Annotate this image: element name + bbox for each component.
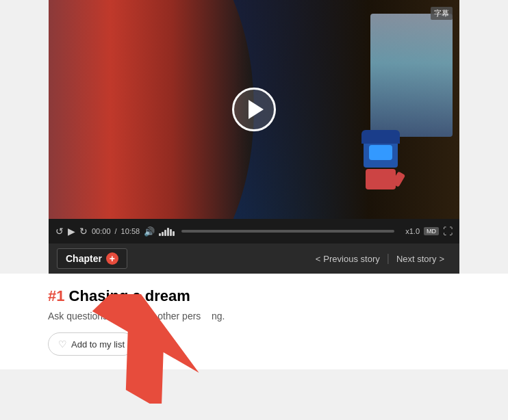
- prev-story-button[interactable]: < Previous story: [309, 254, 387, 264]
- chapter-label: Chapter: [66, 253, 102, 264]
- progress-bar[interactable]: [181, 230, 394, 233]
- current-time: 00:00: [92, 227, 111, 235]
- scene-character: [357, 137, 405, 198]
- page-container: 字幕 ↺ ▶ ↻ 00:00 / 10:58 🔊: [0, 0, 508, 420]
- total-time: 10:58: [121, 227, 140, 235]
- character-arm: [392, 171, 405, 187]
- content-area: #1 Chasing a dream Ask questions and let…: [0, 274, 508, 369]
- prev-story-label: Previous story: [323, 254, 379, 264]
- character-body: [366, 169, 396, 189]
- speed-label: x1.0: [405, 227, 420, 235]
- play-button[interactable]: [232, 88, 276, 131]
- volume-icon[interactable]: 🔊: [144, 226, 155, 237]
- next-arrow-icon: >: [439, 254, 444, 264]
- video-screen: 字幕: [49, 0, 459, 219]
- vol-bar-2: [162, 232, 164, 236]
- story-number: #1: [48, 287, 64, 304]
- character-hat: [361, 130, 400, 144]
- fullscreen-button[interactable]: ⛶: [443, 226, 453, 237]
- play-icon: [249, 100, 264, 119]
- forward-button[interactable]: ↻: [79, 226, 88, 237]
- chapter-plus-icon: +: [106, 252, 118, 265]
- volume-bars: [159, 226, 175, 236]
- vol-bar-3: [164, 230, 166, 236]
- play-pause-button[interactable]: ▶: [68, 226, 75, 237]
- time-separator: /: [115, 227, 117, 235]
- vol-bar-4: [167, 228, 169, 236]
- story-title: #1 Chasing a dream: [48, 287, 460, 305]
- video-scene: 字幕: [49, 0, 459, 219]
- navigation-buttons: < Previous story | Next story >: [309, 252, 451, 265]
- scene-background-left: [49, 0, 254, 219]
- vol-bar-1: [159, 233, 161, 236]
- add-to-list-button[interactable]: ♡ Add to my list: [48, 332, 135, 356]
- next-story-button[interactable]: Next story >: [390, 254, 451, 264]
- next-story-label: Next story: [396, 254, 437, 264]
- heart-icon: ♡: [58, 339, 67, 350]
- story-title-text: Chasing a dream: [69, 287, 190, 304]
- story-description: Ask questions and let the other pers ng.: [48, 311, 460, 321]
- chapter-button[interactable]: Chapter +: [57, 248, 127, 269]
- video-player: 字幕 ↺ ▶ ↻ 00:00 / 10:58 🔊: [49, 0, 459, 274]
- quality-badge: MD: [424, 227, 439, 235]
- character-face: [369, 145, 392, 160]
- rewind-button[interactable]: ↺: [55, 226, 64, 237]
- video-controls-bar: ↺ ▶ ↻ 00:00 / 10:58 🔊 x1.0 MD ⛶: [49, 219, 459, 244]
- character-head: [364, 137, 398, 168]
- add-to-list-label: Add to my list: [71, 339, 125, 350]
- scene-window: [370, 14, 453, 137]
- video-bottom-bar: Chapter + < Previous story | Next story …: [49, 244, 459, 274]
- vol-bar-6: [173, 231, 175, 236]
- vol-bar-5: [170, 229, 172, 236]
- subtitle-badge: 字幕: [431, 7, 453, 20]
- prev-arrow-icon: <: [316, 254, 321, 264]
